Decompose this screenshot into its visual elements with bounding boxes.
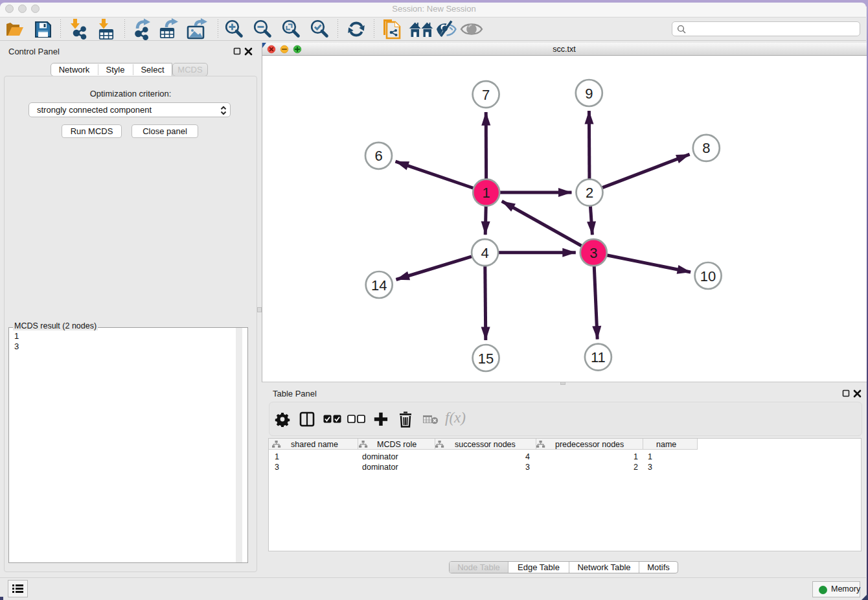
svg-text:3: 3 <box>589 245 597 261</box>
svg-text:predecessor nodes: predecessor nodes <box>555 440 624 449</box>
svg-text:8: 8 <box>702 140 710 156</box>
svg-text:10: 10 <box>700 268 716 284</box>
svg-text:9: 9 <box>585 86 593 102</box>
svg-text:6: 6 <box>374 148 382 164</box>
svg-text:11: 11 <box>591 349 606 365</box>
svg-text:4: 4 <box>481 245 488 261</box>
svg-text:1: 1 <box>483 185 490 201</box>
svg-text:shared name: shared name <box>291 440 338 449</box>
svg-text:name: name <box>656 440 676 449</box>
svg-text:14: 14 <box>371 277 387 294</box>
svg-text:2: 2 <box>586 185 593 201</box>
svg-text:successor nodes: successor nodes <box>455 440 516 449</box>
svg-text:7: 7 <box>482 87 490 103</box>
svg-text:MCDS role: MCDS role <box>377 440 417 449</box>
svg-text:15: 15 <box>478 351 494 367</box>
